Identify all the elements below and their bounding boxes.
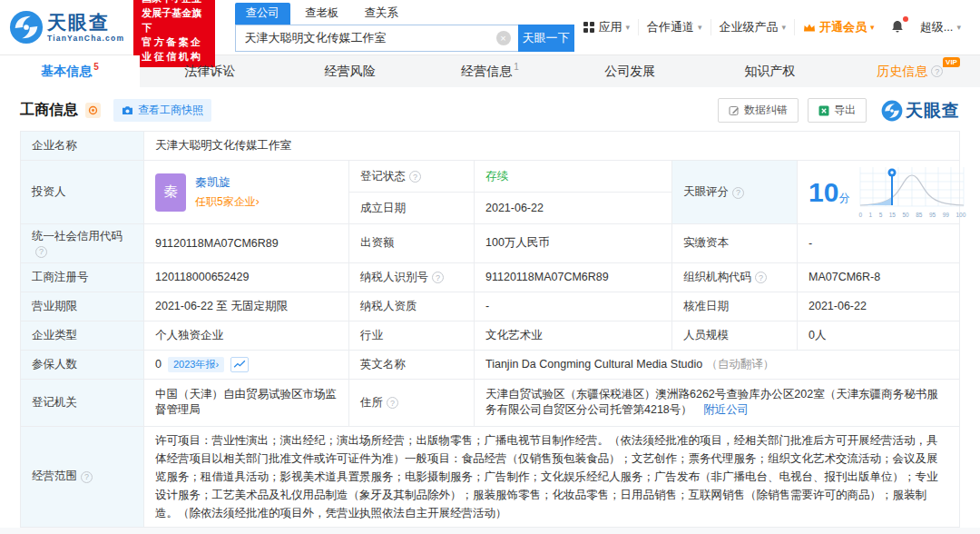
score-distribution-chart: 0151550859599100 bbox=[858, 166, 965, 218]
tab-legal-label: 法律诉讼 bbox=[184, 64, 235, 80]
address-value-cell: 天津自贸试验区（东疆保税港区）澳洲路6262号查验库办公区202室（天津东疆商务… bbox=[475, 379, 960, 426]
score-label: 天眼评分 bbox=[683, 185, 729, 198]
search-input[interactable] bbox=[235, 25, 518, 52]
apps-grid-icon bbox=[583, 21, 595, 34]
paid-capital-label-cell: 实缴资本 bbox=[672, 224, 798, 263]
snapshot-button[interactable]: 查看工商快照 bbox=[113, 99, 211, 122]
help-icon[interactable]: ? bbox=[409, 171, 421, 183]
nav-open-vip[interactable]: 开通会员 ▾ bbox=[794, 19, 883, 35]
nearby-companies-link[interactable]: 附近公司 bbox=[703, 403, 749, 416]
camera-icon bbox=[122, 105, 133, 115]
reg-status-label-cell: 登记状态? bbox=[349, 161, 475, 193]
annual-report-badge[interactable]: 2023年报› bbox=[168, 357, 224, 372]
table-row: 统一社会信用代码? 91120118MA07CM6R89 出资额 100万人民币… bbox=[21, 224, 960, 263]
tab-basic-info-label: 基本信息 bbox=[41, 64, 92, 80]
tab-history[interactable]: VIP 历史信息 ? bbox=[840, 55, 980, 87]
tab-basic-info[interactable]: 基本信息 5 bbox=[0, 55, 140, 87]
score-unit: 分 bbox=[838, 192, 849, 204]
nav-cooperation-label: 合作通道 bbox=[647, 19, 694, 35]
chevron-down-icon: ▾ bbox=[956, 23, 961, 32]
company-type-value: 个人独资企业 bbox=[155, 329, 223, 341]
trend-chart-icon[interactable] bbox=[230, 357, 249, 372]
page-bottom-spacer bbox=[0, 528, 980, 534]
notification-bell[interactable] bbox=[883, 19, 912, 36]
english-name-value: Tianjin Da Congming Cultural Media Studi… bbox=[485, 358, 702, 371]
export-button[interactable]: 导出 bbox=[808, 98, 867, 123]
est-date-label-cell: 成立日期 bbox=[349, 193, 475, 224]
company-name-value: 天津大聪明文化传媒工作室 bbox=[155, 139, 291, 152]
investor-label-cell: 投资人 bbox=[21, 161, 144, 224]
table-row: 投资人 秦 秦凯旋 任职5家企业› 登记状态? 存续 天眼评分? 10分 bbox=[21, 161, 960, 193]
reg-number-value-cell: 120118000652429 bbox=[144, 262, 349, 292]
tab-ip-label: 知识产权 bbox=[745, 64, 796, 80]
help-icon[interactable]: ? bbox=[35, 246, 47, 258]
tab-development[interactable]: 公司发展 bbox=[560, 55, 700, 87]
tab-intellectual-property[interactable]: 知识产权 bbox=[700, 55, 839, 87]
data-correction-label: 数据纠错 bbox=[744, 103, 788, 118]
nav-cooperation[interactable]: 合作通道 ▾ bbox=[638, 19, 710, 35]
positions-text: 任职5家企业 bbox=[195, 195, 256, 208]
notification-dot bbox=[903, 16, 908, 22]
help-icon[interactable]: ? bbox=[387, 397, 398, 409]
tab-risk[interactable]: 经营风险 bbox=[280, 55, 420, 87]
investor-positions-link[interactable]: 任职5家企业› bbox=[195, 195, 260, 208]
help-icon[interactable]: ? bbox=[81, 471, 93, 483]
company-type-label-cell: 企业类型 bbox=[21, 321, 144, 350]
industry-label: 行业 bbox=[360, 329, 383, 341]
staff-size-label-cell: 人员规模 bbox=[672, 321, 798, 350]
reg-number-value: 120118000652429 bbox=[155, 271, 249, 283]
edit-icon bbox=[729, 105, 740, 116]
search-tab-boss[interactable]: 查老板 bbox=[294, 3, 350, 25]
insured-label: 参保人数 bbox=[32, 358, 77, 371]
reg-status-label: 登记状态 bbox=[360, 170, 406, 183]
tax-id-label-cell: 纳税人识别号? bbox=[349, 262, 475, 292]
table-row: 登记机关 中国（天津）自由贸易试验区市场监督管理局 住所? 天津自贸试验区（东疆… bbox=[21, 379, 960, 426]
tab-legal[interactable]: 法律诉讼 bbox=[140, 55, 279, 87]
nav-super-vip[interactable]: 超级... ▾ bbox=[912, 19, 969, 35]
nav-enterprise-products[interactable]: 企业级产品 ▾ bbox=[710, 19, 795, 35]
data-correction-button[interactable]: 数据纠错 bbox=[718, 98, 799, 123]
export-label: 导出 bbox=[834, 103, 856, 118]
staff-size-label: 人员规模 bbox=[683, 329, 729, 341]
help-icon[interactable]: ? bbox=[732, 187, 744, 199]
help-icon[interactable]: ? bbox=[931, 65, 943, 77]
approval-date-value-cell: 2021-06-22 bbox=[798, 292, 960, 321]
credit-code-value: 91120118MA07CM6R89 bbox=[155, 237, 279, 250]
search-tab-company[interactable]: 查公司 bbox=[235, 3, 291, 25]
chevron-down-icon: ▾ bbox=[698, 23, 702, 32]
term-label-cell: 营业期限 bbox=[21, 292, 144, 321]
section-title: 工商信息 bbox=[20, 101, 78, 120]
top-nav: 应用 ▾ 合作通道 ▾ 企业级产品 ▾ 开通会员 ▾ bbox=[574, 19, 970, 36]
business-info-table: 企业名称 天津大聪明文化传媒工作室 投资人 秦 秦凯旋 任职5家企业› 登记状态… bbox=[20, 131, 960, 528]
reg-authority-label-cell: 登记机关 bbox=[21, 379, 144, 426]
business-scope-label: 经营范围 bbox=[32, 470, 77, 482]
term-value-cell: 2021-06-22 至 无固定期限 bbox=[144, 292, 349, 321]
credit-code-value-cell: 91120118MA07CM6R89 bbox=[144, 224, 349, 263]
score-curve-chart bbox=[858, 166, 965, 208]
search-button[interactable]: 天眼一下 bbox=[518, 25, 574, 52]
table-row: 经营范围? 许可项目：营业性演出；演出经纪；演出场所经营；出版物零售；广播电视节… bbox=[21, 426, 960, 527]
nav-apps[interactable]: 应用 ▾ bbox=[574, 19, 639, 35]
chevron-down-icon: ▾ bbox=[870, 23, 875, 32]
help-icon[interactable]: ? bbox=[755, 272, 767, 283]
tianyancha-company-page: 天眼查 TianYanCha.com 国家中小企业发展子基金旗下 官方备案企业征… bbox=[0, 0, 980, 534]
credit-code-label-cell: 统一社会信用代码? bbox=[21, 224, 144, 263]
tax-quality-value: - bbox=[485, 300, 489, 312]
clear-search-icon[interactable]: × bbox=[496, 31, 511, 45]
top-header: 天眼查 TianYanCha.com 国家中小企业发展子基金旗下 官方备案企业征… bbox=[0, 0, 980, 54]
investor-avatar[interactable]: 秦 bbox=[155, 173, 186, 212]
reg-number-label: 工商注册号 bbox=[32, 271, 89, 283]
search-tab-relation[interactable]: 查关系 bbox=[354, 3, 410, 25]
reg-status-value: 存续 bbox=[485, 170, 508, 183]
paid-capital-value: - bbox=[808, 237, 812, 250]
excel-icon bbox=[818, 105, 829, 116]
capital-label: 出资额 bbox=[360, 236, 395, 249]
site-logo[interactable]: 天眼查 TianYanCha.com bbox=[9, 10, 124, 44]
business-scope-label-cell: 经营范围? bbox=[21, 426, 144, 527]
credit-code-label: 统一社会信用代码 bbox=[32, 230, 122, 242]
term-value: 2021-06-22 至 无固定期限 bbox=[155, 300, 288, 312]
monitor-icon[interactable] bbox=[85, 103, 101, 118]
help-icon[interactable]: ? bbox=[432, 272, 444, 283]
tab-operation[interactable]: 经营信息 1 bbox=[420, 55, 560, 87]
investor-name-link[interactable]: 秦凯旋 bbox=[195, 174, 260, 191]
